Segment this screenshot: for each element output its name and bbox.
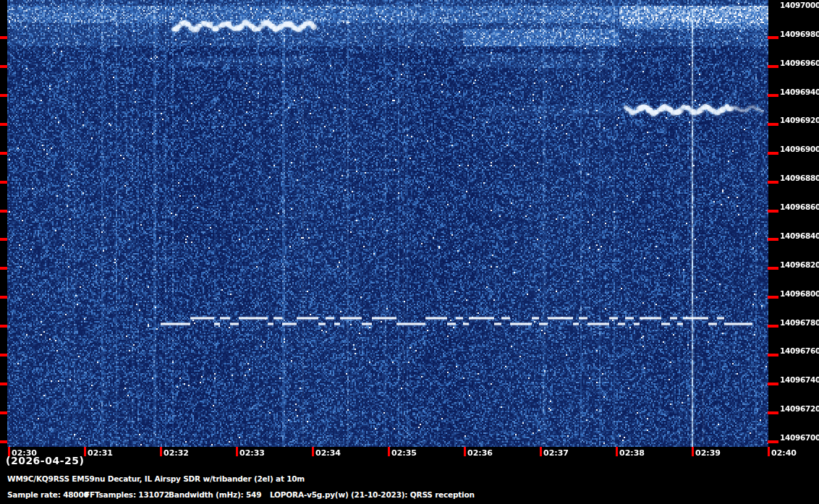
time-tick-mark	[768, 447, 770, 456]
freq-tick-mark	[0, 123, 7, 126]
freq-axis-label: 14096860	[780, 202, 819, 211]
freq-tick-mark	[0, 152, 7, 155]
freq-tick-mark	[0, 354, 7, 356]
time-axis-label: 02:40	[771, 448, 797, 458]
qrss-grabber-screen: 1409700014096980140969601409694014096920…	[0, 0, 819, 504]
freq-tick-mark	[0, 181, 7, 184]
freq-tick-mark	[768, 354, 778, 356]
freq-axis-label: 14096940	[780, 87, 819, 96]
settings-line: Sample rate: 48000 FFTsamples: 131072 Ba…	[0, 490, 819, 502]
freq-tick-mark	[768, 411, 778, 414]
bandwidth-value: Bandwidth (mHz): 549	[169, 490, 261, 499]
freq-axis-label: 14096720	[780, 404, 819, 413]
freq-tick-mark	[0, 210, 7, 213]
time-tick-mark	[160, 447, 162, 456]
freq-tick-mark	[768, 65, 778, 68]
freq-tick-mark	[768, 383, 778, 385]
freq-tick-mark	[0, 94, 7, 97]
time-axis-label: 02:37	[543, 448, 569, 458]
freq-tick-mark	[0, 325, 7, 328]
freq-axis-label: 14096700	[780, 433, 819, 442]
freq-tick-mark	[0, 383, 7, 385]
freq-tick-mark	[768, 210, 778, 213]
freq-tick-mark	[768, 36, 778, 39]
freq-axis-label: 14096800	[780, 289, 819, 298]
frequency-axis: 1409700014096980140969601409694014096920…	[767, 0, 819, 448]
waterfall-spectrogram	[7, 0, 768, 447]
frequency-ticks-left	[0, 0, 7, 447]
freq-axis-label: 14096920	[780, 116, 819, 124]
time-axis-label: 02:35	[391, 448, 417, 458]
freq-axis-label: 14096880	[780, 174, 819, 182]
program-version-label: LOPORA-v5g.py(w) (21-10-2023): QRSS rece…	[270, 490, 475, 499]
freq-tick-mark	[0, 65, 7, 68]
freq-tick-mark	[768, 123, 778, 126]
time-tick-mark	[388, 447, 390, 456]
freq-axis-label: 14096820	[780, 260, 819, 269]
freq-axis-label: 14096840	[780, 231, 819, 240]
freq-tick-mark	[768, 325, 778, 328]
time-axis-label: 02:32	[164, 448, 189, 458]
freq-tick-mark	[0, 36, 7, 39]
freq-tick-mark	[0, 296, 7, 299]
time-tick-mark	[464, 447, 466, 456]
time-tick-mark	[312, 447, 314, 456]
freq-tick-mark	[0, 267, 7, 270]
freq-tick-mark	[768, 152, 778, 155]
fft-samples-value: FFTsamples: 131072	[85, 490, 169, 499]
freq-tick-mark	[0, 411, 7, 414]
freq-tick-mark	[0, 238, 7, 241]
freq-axis-label: 14096980	[780, 30, 819, 38]
freq-axis-label: 14096760	[780, 346, 819, 355]
date-label: (2026-04-25)	[6, 455, 84, 466]
time-axis-label: 02:33	[239, 448, 265, 458]
freq-tick-mark	[0, 440, 7, 443]
freq-tick-mark	[768, 440, 778, 443]
time-tick-mark	[540, 447, 542, 456]
freq-tick-mark	[768, 296, 778, 299]
station-info-line: WM9C/KQ9RSS EM59nu Decatur, IL Airspy SD…	[7, 474, 305, 483]
freq-axis-label: 14096740	[780, 375, 819, 384]
freq-tick-mark	[768, 181, 778, 184]
time-tick-mark	[84, 447, 86, 456]
time-axis: 02:3002:3102:3202:3302:3402:3502:3602:37…	[0, 446, 819, 469]
freq-axis-label: 14097000	[780, 1, 819, 9]
freq-tick-mark	[768, 238, 778, 241]
time-axis-label: 02:38	[619, 448, 645, 458]
time-axis-label: 02:31	[88, 448, 113, 458]
freq-axis-label: 14096960	[780, 59, 819, 67]
freq-axis-label: 14096900	[780, 145, 819, 153]
freq-axis-label: 14096780	[780, 318, 819, 327]
time-tick-mark	[692, 447, 694, 456]
time-tick-mark	[616, 447, 618, 456]
sample-rate-value: Sample rate: 48000	[7, 490, 89, 499]
time-axis-label: 02:34	[315, 448, 341, 458]
time-axis-label: 02:36	[467, 448, 493, 458]
time-tick-mark	[236, 447, 238, 456]
time-axis-label: 02:39	[695, 448, 721, 458]
freq-tick-mark	[768, 94, 778, 97]
freq-tick-mark	[768, 267, 778, 270]
